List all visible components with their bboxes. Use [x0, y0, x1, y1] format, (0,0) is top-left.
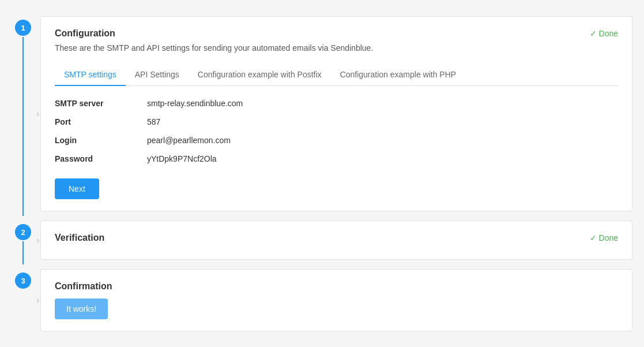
- step-row-2: 2 › Verification ✓ Done: [12, 216, 632, 264]
- step-title-3: Confirmation: [55, 281, 112, 292]
- chevron-icon-3: ›: [36, 295, 39, 305]
- tab-postfix[interactable]: Configuration example with Postfix: [189, 64, 331, 86]
- page-wrapper: 1 › Configuration ✓ Done These are the S…: [12, 12, 632, 336]
- label-password: Password: [55, 153, 147, 165]
- value-password: yYtDpk9P7Ncf2Ola: [147, 153, 618, 165]
- value-login: pearl@pearllemon.com: [147, 135, 618, 146]
- step-done-2: ✓ Done: [590, 233, 618, 242]
- step-indicator-1: 1: [12, 12, 35, 216]
- smtp-settings-table: SMTP server smtp-relay.sendinblue.com Po…: [55, 98, 618, 165]
- step-header-1: Configuration ✓ Done: [55, 28, 618, 39]
- step-done-1: ✓ Done: [590, 29, 618, 38]
- step-card-2: › Verification ✓ Done: [40, 221, 632, 260]
- label-smtp-server: SMTP server: [55, 98, 147, 109]
- step-line-1: [22, 37, 24, 216]
- chevron-icon-2: ›: [36, 235, 39, 245]
- step-header-3: Confirmation: [55, 281, 618, 292]
- value-smtp-server: smtp-relay.sendinblue.com: [147, 98, 618, 109]
- label-login: Login: [55, 135, 147, 146]
- step-header-2: Verification ✓ Done: [55, 233, 618, 243]
- step-title-2: Verification: [55, 233, 104, 243]
- step-indicator-3: 3: [12, 264, 35, 336]
- step-number-3: 3: [15, 273, 31, 289]
- it-works-button[interactable]: It works!: [55, 299, 108, 319]
- step-description-1: These are the SMTP and API settings for …: [55, 43, 618, 53]
- step-number-1: 1: [15, 20, 31, 36]
- step-title-1: Configuration: [55, 28, 115, 39]
- tab-api[interactable]: API Settings: [126, 64, 189, 86]
- stepper: 1 › Configuration ✓ Done These are the S…: [12, 12, 632, 336]
- step-row-1: 1 › Configuration ✓ Done These are the S…: [12, 12, 632, 216]
- step-indicator-2: 2: [12, 216, 35, 264]
- checkmark-icon-2: ✓: [590, 233, 597, 242]
- tab-smtp[interactable]: SMTP settings: [55, 64, 126, 86]
- step-line-2: [22, 241, 24, 264]
- step-number-2: 2: [15, 224, 31, 240]
- step-card-3: › Confirmation It works!: [40, 269, 632, 331]
- step-row-3: 3 › Confirmation It works!: [12, 264, 632, 336]
- tab-php[interactable]: Configuration example with PHP: [331, 64, 466, 86]
- tabs-container: SMTP settings API Settings Configuration…: [55, 64, 618, 86]
- value-port: 587: [147, 116, 618, 128]
- chevron-icon-1: ›: [36, 109, 39, 119]
- checkmark-icon-1: ✓: [590, 29, 597, 38]
- next-button[interactable]: Next: [55, 178, 99, 199]
- label-port: Port: [55, 116, 147, 128]
- step-card-1: › Configuration ✓ Done These are the SMT…: [40, 16, 632, 211]
